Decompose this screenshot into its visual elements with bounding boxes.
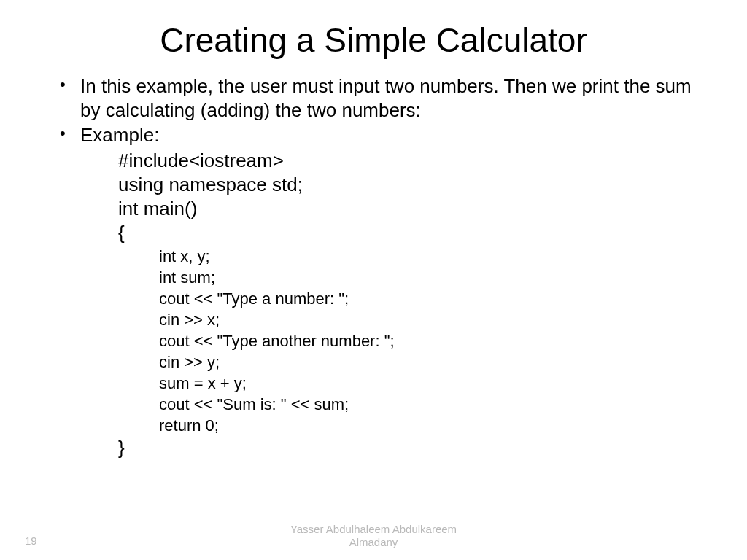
author-line: Almadany (0, 536, 747, 550)
code-line: using namespace std; (118, 173, 703, 197)
author-name: Yasser Abdulhaleem Abdulkareem Almadany (0, 523, 747, 551)
slide-content: In this example, the user must input two… (44, 74, 703, 460)
bullet-list: In this example, the user must input two… (51, 74, 703, 147)
bullet-item-2: Example: (51, 123, 703, 147)
code-line: int sum; (159, 267, 703, 288)
code-line: return 0; (159, 415, 703, 436)
code-line: int x, y; (159, 246, 703, 267)
code-line: cin >> y; (159, 351, 703, 373)
code-line: cout << "Sum is: " << sum; (159, 394, 703, 415)
code-line: cout << "Type a number: "; (159, 288, 703, 309)
code-line: #include<iostream> (118, 149, 703, 173)
code-line: sum = x + y; (159, 373, 703, 394)
code-line: cout << "Type another number: "; (159, 330, 703, 351)
code-line: cin >> x; (159, 309, 703, 330)
slide-container: Creating a Simple Calculator In this exa… (0, 0, 747, 560)
code-block: #include<iostream> using namespace std; … (118, 149, 703, 461)
code-line: } (118, 436, 703, 460)
code-line: int main() (118, 197, 703, 221)
bullet-item-1: In this example, the user must input two… (51, 74, 703, 122)
author-line: Yasser Abdulhaleem Abdulkareem (0, 523, 747, 537)
code-line: { (118, 221, 703, 245)
slide-title: Creating a Simple Calculator (44, 20, 703, 60)
code-inner-block: int x, y; int sum; cout << "Type a numbe… (159, 246, 703, 436)
